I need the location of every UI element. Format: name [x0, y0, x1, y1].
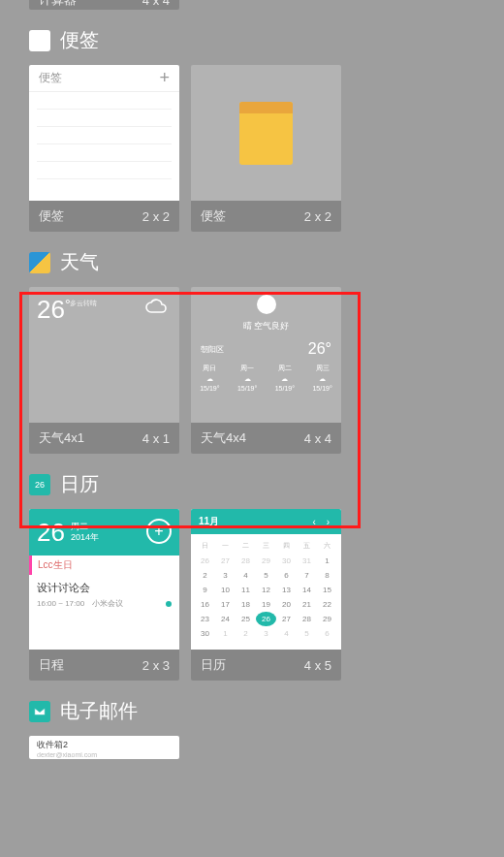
- widget-card-weather-4x4[interactable]: 晴 空气良好 朝阳区 26° 周日☁15/19° 周一☁15/19° 周二☁15…: [191, 287, 341, 454]
- schedule-preview: 26 周二 2014年 + Lcc生日 设计讨论会 16:00 ~ 17:00 …: [29, 509, 179, 650]
- section-title: 电子邮件: [60, 698, 138, 724]
- notes-icon: [29, 30, 50, 51]
- inbox-label: 收件箱2: [37, 739, 172, 751]
- weather-4x4-preview: 晴 空气良好 朝阳区 26° 周日☁15/19° 周一☁15/19° 周二☁15…: [191, 287, 341, 423]
- notes-header-label: 便签: [39, 70, 62, 86]
- widget-name: 便签: [201, 207, 226, 225]
- weather-temp-large: 26°: [308, 340, 331, 358]
- widget-size: 2 x 2: [304, 209, 331, 224]
- cloud-icon: [144, 297, 170, 320]
- weather-condition: 多云转晴: [70, 299, 97, 308]
- add-event-icon: +: [146, 519, 172, 544]
- schedule-date: 26: [37, 518, 65, 548]
- widget-size: 2 x 2: [142, 209, 170, 224]
- weather-4x1-preview: 26° 多云转晴: [29, 287, 179, 423]
- forecast-row: 周日☁15/19° 周一☁15/19° 周二☁15/19° 周三☁15/19°: [191, 364, 341, 392]
- widget-size: 2 x 3: [142, 658, 170, 673]
- section-title: 日历: [60, 471, 99, 497]
- calendar-nav-icons: ‹ ›: [313, 517, 333, 527]
- widget-card-weather-4x1[interactable]: 26° 多云转晴 天气4x1 4 x 1: [29, 287, 179, 454]
- notepad-icon: [239, 102, 293, 165]
- widget-card-schedule[interactable]: 26 周二 2014年 + Lcc生日 设计讨论会 16:00 ~ 17:00 …: [29, 509, 179, 681]
- widget-card-calendar[interactable]: 11月 ‹ › 日 一 二 三 四 五 六 2627282930311 2345…: [191, 509, 341, 681]
- event-birthday: Lcc生日: [29, 555, 179, 575]
- mail-icon: [29, 701, 50, 722]
- widget-name: 日程: [39, 656, 64, 674]
- calculator-widget-footer[interactable]: 计算器 4 x 4: [29, 0, 179, 10]
- notes-preview: 便签 +: [29, 65, 179, 201]
- weather-temp: 26: [37, 295, 65, 325]
- add-note-icon: +: [159, 68, 170, 88]
- weather-location: 朝阳区: [201, 344, 224, 355]
- event-time: 16:00 ~ 17:00 小米会议: [37, 598, 123, 609]
- section-header-calendar: 26 日历: [29, 471, 475, 497]
- section-header-email: 电子邮件: [29, 698, 475, 724]
- widget-size: 4 x 5: [304, 658, 331, 673]
- event-dot-icon: [166, 601, 172, 607]
- event-title: 设计讨论会: [37, 581, 172, 595]
- section-title: 便签: [60, 27, 99, 53]
- calendar-icon: 26: [29, 474, 50, 495]
- widget-size: 4 x 1: [142, 431, 170, 446]
- widget-name: 天气4x1: [39, 429, 84, 447]
- widget-card-notes-list[interactable]: 便签 + 便签 2 x 2: [29, 65, 179, 232]
- widget-name: 便签: [39, 207, 64, 225]
- widget-size: 4 x 4: [304, 431, 331, 446]
- sun-icon: [257, 295, 276, 314]
- widget-name: 日历: [201, 656, 226, 674]
- section-header-notes: 便签: [29, 27, 475, 53]
- calendar-preview: 11月 ‹ › 日 一 二 三 四 五 六 2627282930311 2345…: [191, 509, 341, 650]
- section-title: 天气: [60, 249, 99, 275]
- widget-name: 天气4x4: [201, 429, 246, 447]
- email-preview: 收件箱2 dexter@xiaomi.com: [29, 736, 179, 759]
- inbox-address: dexter@xiaomi.com: [37, 751, 172, 758]
- widget-card-notes-single[interactable]: 便签 2 x 2: [191, 65, 341, 232]
- widget-card-email[interactable]: 收件箱2 dexter@xiaomi.com: [29, 736, 179, 759]
- weather-desc: 晴 空气良好: [243, 320, 290, 333]
- weather-icon: [29, 252, 50, 273]
- widget-name: 计算器: [39, 0, 77, 9]
- widget-size: 4 x 4: [142, 0, 170, 8]
- notes-single-preview: [191, 65, 341, 201]
- section-header-weather: 天气: [29, 249, 475, 275]
